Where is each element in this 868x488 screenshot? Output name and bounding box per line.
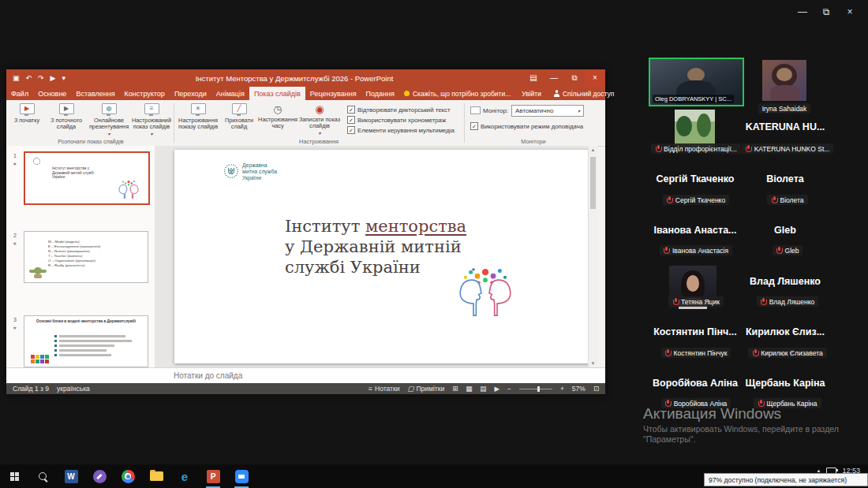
participant-label: Відділ профорієнтації...: [644, 143, 748, 154]
from-beginning-button[interactable]: ▶ З початку: [9, 102, 44, 140]
participant-tile[interactable]: Gleb: [739, 222, 832, 240]
zoom-out-button[interactable]: −: [507, 385, 511, 393]
zoom-slider[interactable]: [519, 389, 552, 389]
vertical-scrollbar[interactable]: ▲ ▼: [588, 146, 597, 367]
slide-thumbnail-panel: 1 ★ Інститут менторства у Державній митн…: [6, 146, 155, 367]
monitor-dropdown[interactable]: Автоматично ▾: [511, 105, 584, 117]
monitor-icon: ▶: [59, 103, 74, 114]
mentor-acronym-lines: M – Model (модель)E – Encouragement (зао…: [48, 240, 100, 268]
participant-tile[interactable]: Іванова Анаста...: [649, 222, 742, 240]
person-silhouette: [687, 275, 699, 292]
zoom-level[interactable]: 57%: [572, 385, 586, 393]
participant-tile[interactable]: Щербань Каріна: [739, 374, 832, 393]
search-button[interactable]: [28, 464, 57, 488]
undo-icon[interactable]: ↶: [26, 74, 32, 82]
participant-tile[interactable]: Кирилюк Єлиз...: [739, 323, 832, 342]
restore-icon[interactable]: ⧉: [814, 4, 838, 20]
tab-view[interactable]: Подання: [361, 87, 399, 100]
close-icon[interactable]: ×: [585, 69, 605, 87]
participant-tile[interactable]: Сергій Ткаченко: [649, 170, 742, 189]
record-slideshow-button[interactable]: ◉ Записати показ слайдів ▾: [298, 102, 341, 140]
minimize-icon[interactable]: —: [544, 69, 564, 87]
restore-icon[interactable]: ⧉: [564, 69, 585, 87]
view-sorter-button[interactable]: ▦: [466, 385, 472, 393]
close-icon[interactable]: ×: [838, 4, 862, 20]
participant-tile[interactable]: Віолета: [739, 170, 832, 189]
view-reading-button[interactable]: ▤: [480, 385, 486, 393]
tab-home[interactable]: Основне: [33, 87, 71, 100]
tell-me-box[interactable]: Скажіть, що потрібно зробити...: [399, 87, 515, 100]
start-button[interactable]: [0, 464, 28, 488]
view-normal-button[interactable]: ⊞: [452, 385, 458, 393]
monitor-list-icon: ≡: [144, 103, 159, 114]
notes-toggle[interactable]: ≡ Нотатки: [369, 385, 399, 393]
use-timings-checkbox[interactable]: ✓Використовувати хронометраж: [347, 116, 446, 124]
hidden-icons-chevron[interactable]: ▲: [817, 468, 821, 473]
play-narrations-checkbox[interactable]: ✓Відтворювати дикторський текст: [347, 106, 451, 114]
participant-tile-video[interactable]: [675, 110, 715, 147]
taskbar-chrome-icon[interactable]: [114, 464, 142, 488]
notes-pane[interactable]: Нотатки до слайда: [6, 367, 605, 384]
redo-icon[interactable]: ↷: [38, 74, 44, 82]
tab-transitions[interactable]: Переходи: [170, 87, 211, 100]
taskbar-word-icon[interactable]: W: [57, 464, 85, 488]
taskbar-powerpoint-icon[interactable]: P: [199, 464, 227, 488]
hide-slide-button[interactable]: ╱ Приховати слайд: [221, 102, 257, 140]
windows-activation-text: Чтобы активировать Windows, перейдите в …: [643, 424, 839, 434]
slide-thumbnail-1[interactable]: Інститут менторства у Державній митній с…: [24, 151, 150, 205]
participant-name-label: Oleg DOBRYANSKYY | SC...: [653, 95, 734, 103]
participant-tile[interactable]: Костянтин Пінч...: [649, 323, 742, 342]
tab-file[interactable]: Файл: [6, 87, 33, 100]
slide-canvas[interactable]: Державна митна служба України Інститут м…: [174, 150, 590, 363]
share-button[interactable]: Спільний доступ: [548, 87, 620, 100]
tab-design[interactable]: Конструктор: [120, 87, 170, 100]
slide-thumbnail-2[interactable]: M – Model (модель)E – Encouragement (зао…: [24, 231, 148, 283]
participant-tile[interactable]: KATERUNA HU...: [739, 117, 832, 137]
taskbar-zoom-icon[interactable]: [227, 464, 256, 488]
view-slideshow-button[interactable]: ▶: [494, 385, 499, 393]
comments-toggle[interactable]: ▢ Примітки: [407, 385, 444, 393]
slide-number: 1: [13, 153, 17, 158]
from-current-slide-button[interactable]: ▶ З поточного слайда: [46, 102, 87, 140]
tab-insert[interactable]: Вставлення: [71, 87, 119, 100]
minimize-icon[interactable]: —: [791, 4, 814, 20]
participant-tile[interactable]: Влад Ляшенко: [739, 273, 832, 292]
custom-slideshow-button[interactable]: ≡ Настроюваний показ слайдів ▾: [131, 102, 172, 140]
windows-logo-icon: [10, 472, 19, 481]
fit-to-window-button[interactable]: ⊡: [593, 385, 599, 393]
participant-label: Кирилюк Єлизавета: [735, 348, 840, 358]
rehearse-timings-button[interactable]: ◷ Настроювання часу: [259, 102, 297, 140]
participant-tile-video[interactable]: Oleg DOBRYANSKYY | SC...: [649, 58, 744, 106]
customs-logo-icon: [223, 162, 239, 181]
taskbar-viber-icon[interactable]: [85, 464, 114, 488]
battery-tooltip: 97% доступно (подключена, не заряжается): [704, 473, 868, 486]
start-slideshow-icon[interactable]: ▶: [51, 74, 56, 82]
tab-review[interactable]: Рецензування: [305, 87, 361, 100]
ribbon-display-options-icon[interactable]: ▤: [523, 69, 544, 87]
taskbar-edge-icon[interactable]: e: [170, 464, 199, 488]
taskbar-explorer-icon[interactable]: [142, 464, 170, 488]
slide-title[interactable]: Інститут менторства у Державній митній с…: [285, 216, 466, 278]
monitor-gear-icon: ✳: [191, 103, 206, 114]
participant-label: Сергій Ткаченко: [644, 195, 748, 205]
save-icon[interactable]: ▣: [13, 74, 20, 82]
setup-slideshow-button[interactable]: ✳ Настроювання показу слайдів: [177, 102, 219, 140]
muted-mic-icon: [752, 349, 758, 357]
media-controls-checkbox[interactable]: ✓Елементи керування мультимедіа: [347, 126, 455, 134]
presenter-view-checkbox[interactable]: ✓Використовувати режим доповідача: [470, 122, 583, 130]
zoom-slider-knob[interactable]: [537, 386, 540, 392]
present-online-button[interactable]: ◍ Онлайнове презентування ▾: [88, 102, 129, 140]
person-silhouette: [770, 85, 800, 101]
participant-tile-video[interactable]: [762, 60, 806, 101]
zoom-in-button[interactable]: +: [560, 385, 564, 393]
mentorship-heads-graphic: [446, 262, 525, 319]
comments-icon: ▢: [407, 385, 413, 393]
tab-slideshow[interactable]: Показ слайдів: [249, 87, 305, 100]
slide-thumbnail-3[interactable]: Основні блоки в моделі менторства в Держ…: [24, 315, 148, 367]
language-indicator[interactable]: українська: [57, 385, 90, 393]
group-divider: [174, 103, 174, 143]
participant-tile[interactable]: Воробйова Аліна: [649, 374, 742, 393]
scrollbar-thumb[interactable]: [590, 157, 596, 209]
sign-in-button[interactable]: Увійти: [515, 87, 548, 100]
tab-animations[interactable]: Анімація: [211, 87, 249, 100]
